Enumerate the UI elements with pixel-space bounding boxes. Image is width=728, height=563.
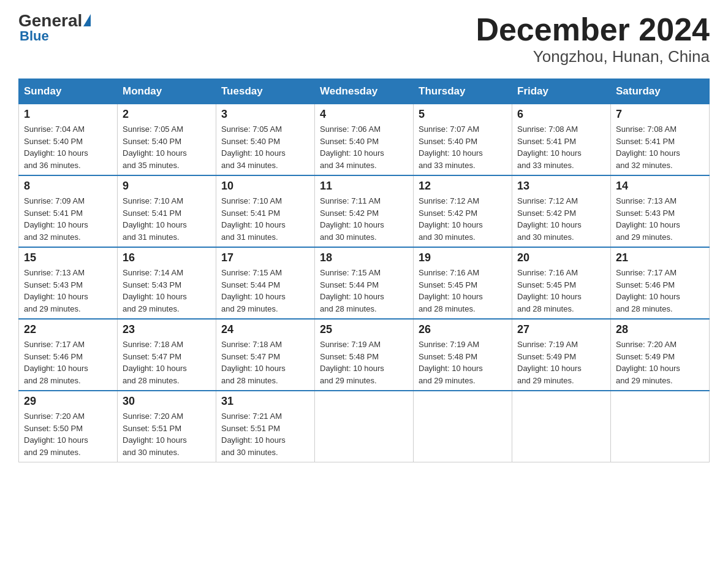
day-info: Sunrise: 7:15 AM Sunset: 5:44 PM Dayligh…: [320, 267, 408, 315]
calendar-cell: 24Sunrise: 7:18 AM Sunset: 5:47 PM Dayli…: [216, 319, 315, 391]
day-info: Sunrise: 7:17 AM Sunset: 5:46 PM Dayligh…: [616, 267, 704, 315]
day-info: Sunrise: 7:16 AM Sunset: 5:45 PM Dayligh…: [517, 267, 605, 315]
page-header: General Blue December 2024 Yongzhou, Hun…: [18, 12, 710, 66]
day-info: Sunrise: 7:14 AM Sunset: 5:43 PM Dayligh…: [123, 267, 211, 315]
calendar-cell: 12Sunrise: 7:12 AM Sunset: 5:42 PM Dayli…: [414, 175, 512, 247]
logo-blue-text: Blue: [18, 28, 49, 44]
calendar-cell: 15Sunrise: 7:13 AM Sunset: 5:43 PM Dayli…: [19, 247, 118, 319]
calendar-week-row: 29Sunrise: 7:20 AM Sunset: 5:50 PM Dayli…: [19, 391, 710, 462]
day-info: Sunrise: 7:12 AM Sunset: 5:42 PM Dayligh…: [517, 195, 605, 243]
calendar-table: SundayMondayTuesdayWednesdayThursdayFrid…: [18, 79, 710, 462]
day-number: 7: [616, 108, 704, 121]
day-number: 18: [320, 251, 408, 264]
day-info: Sunrise: 7:19 AM Sunset: 5:49 PM Dayligh…: [517, 339, 605, 386]
day-number: 14: [616, 180, 704, 193]
day-number: 16: [123, 251, 211, 264]
day-number: 6: [517, 108, 605, 121]
day-number: 24: [221, 323, 309, 336]
calendar-cell: 18Sunrise: 7:15 AM Sunset: 5:44 PM Dayli…: [315, 247, 414, 319]
day-number: 30: [123, 395, 211, 408]
calendar-cell: 25Sunrise: 7:19 AM Sunset: 5:48 PM Dayli…: [315, 319, 414, 391]
day-info: Sunrise: 7:07 AM Sunset: 5:40 PM Dayligh…: [419, 123, 507, 171]
calendar-header-saturday: Saturday: [611, 79, 710, 104]
calendar-cell: 6Sunrise: 7:08 AM Sunset: 5:41 PM Daylig…: [512, 104, 611, 176]
calendar-header-row: SundayMondayTuesdayWednesdayThursdayFrid…: [19, 79, 710, 104]
day-info: Sunrise: 7:10 AM Sunset: 5:41 PM Dayligh…: [123, 195, 211, 243]
logo-general-text: General: [18, 12, 82, 29]
day-number: 29: [24, 395, 112, 408]
calendar-cell: 9Sunrise: 7:10 AM Sunset: 5:41 PM Daylig…: [118, 175, 216, 247]
day-number: 21: [616, 251, 704, 264]
day-number: 12: [419, 180, 507, 193]
day-number: 4: [320, 108, 408, 121]
day-info: Sunrise: 7:18 AM Sunset: 5:47 PM Dayligh…: [221, 339, 309, 386]
calendar-week-row: 22Sunrise: 7:17 AM Sunset: 5:46 PM Dayli…: [19, 319, 710, 391]
calendar-cell: 13Sunrise: 7:12 AM Sunset: 5:42 PM Dayli…: [512, 175, 611, 247]
day-number: 1: [24, 108, 112, 121]
calendar-cell: 4Sunrise: 7:06 AM Sunset: 5:40 PM Daylig…: [315, 104, 414, 176]
calendar-header-thursday: Thursday: [414, 79, 512, 104]
day-info: Sunrise: 7:19 AM Sunset: 5:48 PM Dayligh…: [419, 339, 507, 386]
day-info: Sunrise: 7:18 AM Sunset: 5:47 PM Dayligh…: [123, 339, 211, 386]
logo: General Blue: [18, 12, 91, 44]
day-number: 8: [24, 180, 112, 193]
calendar-cell: 27Sunrise: 7:19 AM Sunset: 5:49 PM Dayli…: [512, 319, 611, 391]
day-info: Sunrise: 7:20 AM Sunset: 5:51 PM Dayligh…: [123, 410, 211, 458]
calendar-cell: 28Sunrise: 7:20 AM Sunset: 5:49 PM Dayli…: [611, 319, 710, 391]
day-info: Sunrise: 7:20 AM Sunset: 5:50 PM Dayligh…: [24, 410, 112, 458]
calendar-cell: 11Sunrise: 7:11 AM Sunset: 5:42 PM Dayli…: [315, 175, 414, 247]
day-info: Sunrise: 7:10 AM Sunset: 5:41 PM Dayligh…: [221, 195, 309, 243]
day-info: Sunrise: 7:19 AM Sunset: 5:48 PM Dayligh…: [320, 339, 408, 386]
calendar-cell: [414, 391, 512, 462]
calendar-cell: 17Sunrise: 7:15 AM Sunset: 5:44 PM Dayli…: [216, 247, 315, 319]
day-number: 15: [24, 251, 112, 264]
day-number: 20: [517, 251, 605, 264]
day-info: Sunrise: 7:09 AM Sunset: 5:41 PM Dayligh…: [24, 195, 112, 243]
calendar-week-row: 1Sunrise: 7:04 AM Sunset: 5:40 PM Daylig…: [19, 104, 710, 176]
calendar-cell: 30Sunrise: 7:20 AM Sunset: 5:51 PM Dayli…: [118, 391, 216, 462]
day-info: Sunrise: 7:17 AM Sunset: 5:46 PM Dayligh…: [24, 339, 112, 386]
day-info: Sunrise: 7:05 AM Sunset: 5:40 PM Dayligh…: [221, 123, 309, 171]
day-number: 10: [221, 180, 309, 193]
calendar-cell: 20Sunrise: 7:16 AM Sunset: 5:45 PM Dayli…: [512, 247, 611, 319]
day-info: Sunrise: 7:12 AM Sunset: 5:42 PM Dayligh…: [419, 195, 507, 243]
day-number: 11: [320, 180, 408, 193]
calendar-cell: 2Sunrise: 7:05 AM Sunset: 5:40 PM Daylig…: [118, 104, 216, 176]
calendar-cell: 21Sunrise: 7:17 AM Sunset: 5:46 PM Dayli…: [611, 247, 710, 319]
day-info: Sunrise: 7:16 AM Sunset: 5:45 PM Dayligh…: [419, 267, 507, 315]
title-block: December 2024 Yongzhou, Hunan, China: [476, 12, 710, 66]
calendar-subtitle: Yongzhou, Hunan, China: [476, 47, 710, 66]
calendar-cell: 31Sunrise: 7:21 AM Sunset: 5:51 PM Dayli…: [216, 391, 315, 462]
calendar-title: December 2024: [476, 12, 710, 47]
day-number: 9: [123, 180, 211, 193]
day-number: 26: [419, 323, 507, 336]
calendar-header-tuesday: Tuesday: [216, 79, 315, 104]
calendar-header-wednesday: Wednesday: [315, 79, 414, 104]
day-number: 22: [24, 323, 112, 336]
calendar-cell: 22Sunrise: 7:17 AM Sunset: 5:46 PM Dayli…: [19, 319, 118, 391]
day-info: Sunrise: 7:13 AM Sunset: 5:43 PM Dayligh…: [616, 195, 704, 243]
calendar-cell: 3Sunrise: 7:05 AM Sunset: 5:40 PM Daylig…: [216, 104, 315, 176]
day-info: Sunrise: 7:11 AM Sunset: 5:42 PM Dayligh…: [320, 195, 408, 243]
day-number: 19: [419, 251, 507, 264]
calendar-cell: 16Sunrise: 7:14 AM Sunset: 5:43 PM Dayli…: [118, 247, 216, 319]
calendar-cell: 26Sunrise: 7:19 AM Sunset: 5:48 PM Dayli…: [414, 319, 512, 391]
day-info: Sunrise: 7:04 AM Sunset: 5:40 PM Dayligh…: [24, 123, 112, 171]
day-info: Sunrise: 7:08 AM Sunset: 5:41 PM Dayligh…: [616, 123, 704, 171]
day-info: Sunrise: 7:08 AM Sunset: 5:41 PM Dayligh…: [517, 123, 605, 171]
day-number: 28: [616, 323, 704, 336]
calendar-cell: 5Sunrise: 7:07 AM Sunset: 5:40 PM Daylig…: [414, 104, 512, 176]
day-info: Sunrise: 7:20 AM Sunset: 5:49 PM Dayligh…: [616, 339, 704, 386]
day-number: 2: [123, 108, 211, 121]
calendar-cell: [512, 391, 611, 462]
calendar-header-sunday: Sunday: [19, 79, 118, 104]
calendar-cell: 14Sunrise: 7:13 AM Sunset: 5:43 PM Dayli…: [611, 175, 710, 247]
day-info: Sunrise: 7:06 AM Sunset: 5:40 PM Dayligh…: [320, 123, 408, 171]
day-number: 5: [419, 108, 507, 121]
calendar-cell: 8Sunrise: 7:09 AM Sunset: 5:41 PM Daylig…: [19, 175, 118, 247]
day-number: 3: [221, 108, 309, 121]
day-number: 27: [517, 323, 605, 336]
calendar-cell: 1Sunrise: 7:04 AM Sunset: 5:40 PM Daylig…: [19, 104, 118, 176]
day-info: Sunrise: 7:21 AM Sunset: 5:51 PM Dayligh…: [221, 410, 309, 458]
day-info: Sunrise: 7:13 AM Sunset: 5:43 PM Dayligh…: [24, 267, 112, 315]
